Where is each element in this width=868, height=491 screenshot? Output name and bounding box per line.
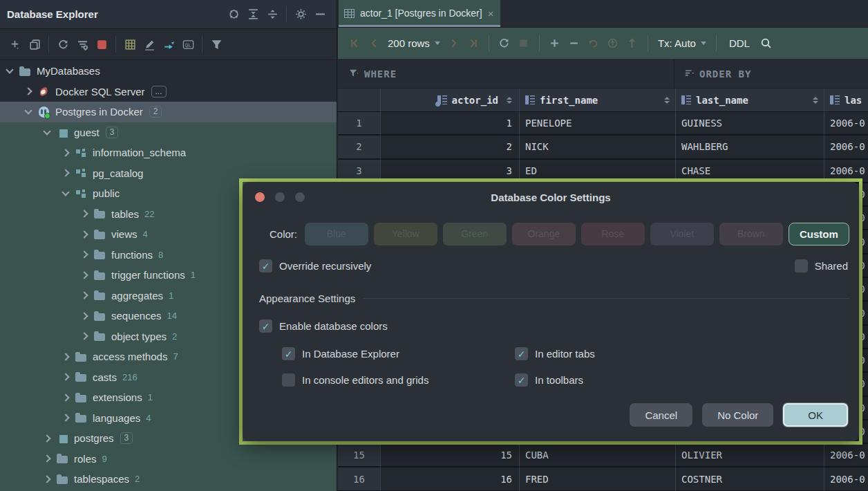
table-cell[interactable]: 1: [381, 112, 520, 136]
tree-item-guest[interactable]: guest3: [0, 122, 337, 143]
table-cell[interactable]: FRED: [520, 467, 676, 491]
item-badge[interactable]: ...: [151, 86, 167, 98]
color-swatch-green[interactable]: Green: [443, 223, 507, 246]
chevron-right-icon[interactable]: [80, 230, 88, 238]
column-header-last-name[interactable]: last_name: [676, 89, 824, 112]
table-cell[interactable]: WAHLBERG: [676, 136, 824, 159]
chevron-right-icon[interactable]: [80, 271, 88, 279]
tree-item-postgres-in-docker[interactable]: Postgres in Docker2: [0, 102, 337, 122]
color-swatch-yellow[interactable]: Yellow: [374, 223, 437, 246]
color-swatch-brown[interactable]: Brown: [719, 223, 783, 246]
chevron-down-icon[interactable]: [62, 189, 69, 196]
chevron-right-icon[interactable]: [62, 393, 69, 401]
table-cell[interactable]: 2006-0: [824, 444, 868, 467]
reload-icon[interactable]: [495, 34, 514, 53]
chevron-right-icon[interactable]: [80, 251, 88, 259]
chevron-right-icon[interactable]: [62, 149, 69, 156]
settings-icon[interactable]: [291, 5, 310, 24]
table-cell[interactable]: CUBA: [520, 444, 676, 467]
chevron-right-icon[interactable]: [80, 210, 88, 218]
chevron-right-icon[interactable]: [43, 475, 50, 483]
search-icon[interactable]: [757, 34, 776, 53]
next-page-icon[interactable]: [444, 34, 464, 53]
revert-icon[interactable]: [584, 34, 603, 53]
table-cell[interactable]: 2006-0: [824, 136, 868, 159]
color-swatch-blue[interactable]: Blue: [305, 223, 368, 246]
sort-icon[interactable]: [660, 97, 670, 104]
chevron-right-icon[interactable]: [62, 353, 69, 360]
color-swatch-orange[interactable]: Orange: [512, 223, 576, 246]
column-header-last-update[interactable]: las: [824, 89, 868, 112]
chevron-right-icon[interactable]: [80, 292, 88, 299]
row-number-header[interactable]: [338, 89, 381, 112]
hide-icon[interactable]: [310, 5, 330, 24]
tree-item-docker-sql-server[interactable]: Docker SQL Server...: [0, 82, 337, 102]
tree-item-mydatabases[interactable]: MyDatabases: [0, 61, 337, 82]
table-cell[interactable]: GUINESS: [676, 112, 824, 136]
tree-item-tablespaces[interactable]: tablespaces2: [0, 469, 337, 490]
in-database-explorer-checkbox[interactable]: [282, 347, 295, 360]
row-number[interactable]: 15: [338, 444, 381, 467]
in-console-editors-checkbox[interactable]: [282, 373, 295, 387]
stop-icon[interactable]: [514, 34, 534, 53]
table-cell[interactable]: 15: [381, 444, 520, 467]
sort-icon[interactable]: [502, 97, 512, 104]
where-filter[interactable]: WHERE: [338, 59, 397, 88]
table-cell[interactable]: PENELOPE: [520, 112, 676, 136]
chevron-right-icon[interactable]: [62, 373, 69, 381]
tx-mode-select[interactable]: Tx: Auto: [658, 37, 706, 49]
in-toolbars-checkbox[interactable]: [515, 373, 528, 387]
tree-item-information-schema[interactable]: information_schema: [0, 142, 337, 163]
table-cell[interactable]: OLIVIER: [676, 444, 824, 467]
chevron-right-icon[interactable]: [43, 434, 50, 442]
data-source-properties-icon[interactable]: [73, 35, 92, 54]
open-table-icon[interactable]: [120, 35, 140, 54]
query-console-icon[interactable]: QL: [178, 35, 198, 54]
table-cell[interactable]: COSTNER: [676, 467, 824, 491]
first-page-icon[interactable]: [345, 34, 364, 53]
chevron-right-icon[interactable]: [62, 414, 69, 422]
upload-icon[interactable]: [623, 34, 642, 53]
column-header-first-name[interactable]: first_name: [520, 89, 676, 112]
tree-item-roles[interactable]: roles9: [0, 449, 337, 470]
table-cell[interactable]: 2006-0: [824, 112, 868, 136]
override-recursively-checkbox[interactable]: [259, 259, 272, 272]
custom-color-button[interactable]: Custom: [789, 223, 849, 246]
delete-row-icon[interactable]: [565, 34, 584, 53]
scroll-to-source-icon[interactable]: [159, 35, 178, 54]
ok-button[interactable]: OK: [783, 403, 848, 427]
chevron-right-icon[interactable]: [80, 312, 88, 319]
stop-icon[interactable]: [92, 35, 111, 54]
cancel-button[interactable]: Cancel: [630, 403, 692, 427]
add-row-icon[interactable]: [545, 34, 565, 53]
expand-all-icon[interactable]: [243, 5, 263, 24]
previous-page-icon[interactable]: [364, 34, 384, 53]
table-cell[interactable]: 2006-0: [824, 467, 868, 491]
row-number[interactable]: 16: [338, 467, 381, 491]
no-color-button[interactable]: No Color: [702, 403, 773, 427]
close-icon[interactable]: ×: [488, 8, 494, 19]
chevron-down-icon[interactable]: [6, 66, 13, 74]
column-header-actor-id[interactable]: actor_id: [381, 89, 520, 112]
color-swatch-rose[interactable]: Rose: [581, 223, 645, 246]
tab-actor-1[interactable]: actor_1 [Postgres in Docker] ×: [339, 0, 500, 27]
commit-icon[interactable]: [603, 34, 623, 53]
chevron-right-icon[interactable]: [80, 333, 88, 340]
locate-icon[interactable]: [224, 5, 243, 24]
page-size-select[interactable]: 200 rows: [388, 37, 440, 49]
add-icon[interactable]: [6, 35, 25, 54]
chevron-down-icon[interactable]: [43, 127, 50, 135]
table-cell[interactable]: 2: [381, 136, 520, 159]
table-cell[interactable]: 16: [381, 467, 520, 491]
collapse-all-icon[interactable]: [263, 5, 282, 24]
color-swatch-violet[interactable]: Violet: [650, 223, 714, 246]
order-by-filter[interactable]: ORDER BY: [674, 59, 751, 88]
row-number[interactable]: 1: [338, 112, 381, 136]
chevron-down-icon[interactable]: [24, 107, 32, 115]
row-number[interactable]: 2: [338, 136, 381, 159]
filter-icon[interactable]: [207, 35, 226, 54]
sort-icon[interactable]: [809, 97, 818, 104]
ddl-button[interactable]: DDL: [729, 37, 750, 49]
chevron-right-icon[interactable]: [43, 455, 50, 463]
table-cell[interactable]: NICK: [520, 136, 676, 159]
